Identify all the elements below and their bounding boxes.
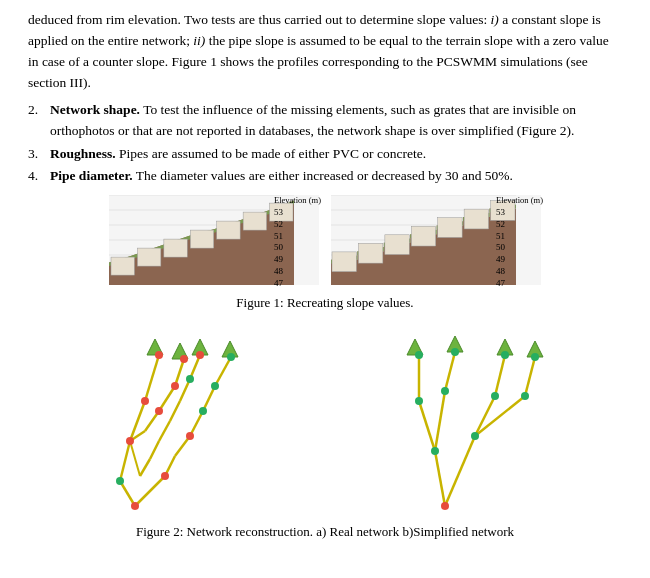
figure2-caption: Figure 2: Network reconstruction. a) Rea…	[136, 524, 514, 540]
junction-9	[155, 407, 163, 415]
pipe-1	[145, 355, 159, 401]
pipe-4	[120, 481, 135, 506]
junction-3	[196, 351, 204, 359]
rpipe-8	[445, 436, 475, 506]
junction-1	[155, 351, 163, 359]
pipe-11	[170, 401, 180, 421]
outlet-left	[131, 502, 139, 510]
list-item-3: 3. Roughness. Pipes are assumed to be ma…	[28, 144, 622, 165]
figure2-svg	[75, 321, 575, 521]
rjunction-7	[491, 392, 499, 400]
list-text-4: Pipe diameter. The diameter values are e…	[50, 166, 513, 187]
chart1: Elevation (m) 53 52 51 50 49 48 47	[109, 195, 319, 289]
rpipe-5	[435, 391, 445, 451]
chart2: Elevation (m) 53 52 51 50 49 48 47	[331, 195, 541, 289]
pipe-5	[175, 359, 184, 386]
junction-5	[141, 397, 149, 405]
rjunction-outlet	[441, 502, 449, 510]
pipe-6	[159, 386, 175, 411]
junction-11	[199, 407, 207, 415]
rjunction-10	[471, 432, 479, 440]
rjunction-9	[431, 447, 439, 455]
figure1-caption: Figure 1: Recreating slope values.	[236, 295, 413, 311]
list-num-3: 3.	[28, 144, 44, 165]
pipe-13	[150, 441, 159, 459]
junction-13	[116, 477, 124, 485]
junction-14	[161, 472, 169, 480]
list-text-3: Roughness. Pipes are assumed to be made …	[50, 144, 426, 165]
pipe-15	[130, 441, 140, 476]
rpipe-2	[419, 401, 435, 451]
rjunction-2	[451, 348, 459, 356]
list-item-4: 4. Pipe diameter. The diameter values ar…	[28, 166, 622, 187]
rpipe-7	[475, 396, 495, 436]
junction-12	[186, 432, 194, 440]
junction-7	[186, 375, 194, 383]
rjunction-3	[501, 351, 509, 359]
numbered-list: 2. Network shape. To test the influence …	[28, 100, 622, 188]
rjunction-6	[441, 387, 449, 395]
pipe-12	[159, 421, 170, 441]
list-num-4: 4.	[28, 166, 44, 187]
figure2-container: Figure 2: Network reconstruction. a) Rea…	[28, 321, 622, 540]
rpipe-9	[525, 357, 535, 396]
list-num-2: 2.	[28, 100, 44, 142]
chart2-axis: Elevation (m) 53 52 51 50 49 48 47	[496, 195, 543, 289]
rpipe-6	[495, 355, 505, 396]
pipe-16	[215, 357, 231, 386]
junction-6	[171, 382, 179, 390]
figure1-images: Elevation (m) 53 52 51 50 49 48 47 Eleva…	[109, 195, 541, 289]
junction-4	[227, 353, 235, 361]
rjunction-8	[521, 392, 529, 400]
junction-10	[126, 437, 134, 445]
rjunction-1	[415, 351, 423, 359]
junction-2	[180, 355, 188, 363]
rpipe-3	[435, 451, 445, 506]
pipe-21	[135, 476, 165, 506]
figure1-container: Elevation (m) 53 52 51 50 49 48 47 Eleva…	[28, 195, 622, 311]
rjunction-4	[531, 353, 539, 361]
intro-paragraph: deduced from rim elevation. Two tests ar…	[28, 10, 622, 94]
rjunction-5	[415, 397, 423, 405]
chart1-axis: Elevation (m) 53 52 51 50 49 48 47	[274, 195, 321, 289]
pipe-18	[190, 411, 203, 436]
pipe-3	[120, 441, 130, 481]
list-text-2: Network shape. To test the influence of …	[50, 100, 622, 142]
junction-8	[211, 382, 219, 390]
pipe-14	[140, 459, 150, 476]
list-item-2: 2. Network shape. To test the influence …	[28, 100, 622, 142]
pipe-17	[203, 386, 215, 411]
rpipe-10	[475, 396, 525, 436]
rpipe-4	[445, 352, 455, 391]
